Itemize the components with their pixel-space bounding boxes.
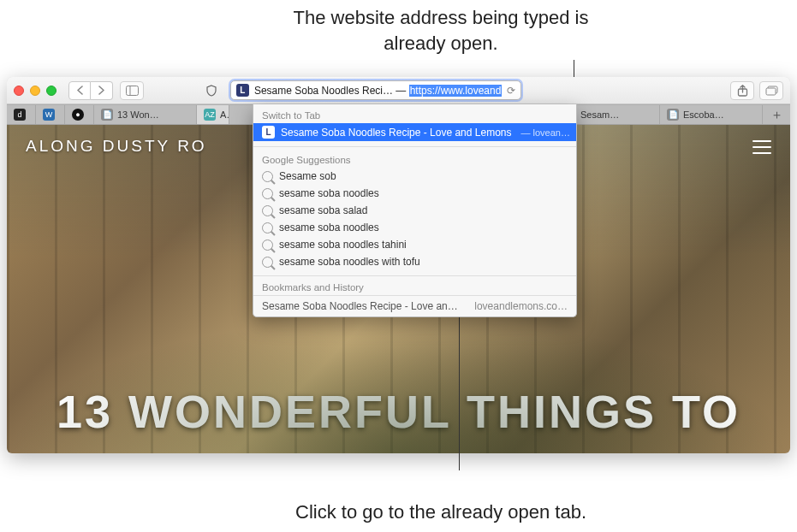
tab-4[interactable]: 📄13 Won… [94,105,197,124]
suggestion-item[interactable]: sesame soba salad [253,202,576,219]
new-tab-button[interactable]: ＋ [763,105,790,124]
suggestion-item[interactable]: sesame soba noodles tahini [253,236,576,253]
suggestion-text: sesame soba noodles tahini [279,239,407,251]
bookmarks-history-title: Sesame Soba Noodles Recipe - Love an… [262,300,458,312]
show-tabs-button[interactable] [759,81,783,100]
google-suggestions-header: Google Suggestions [253,152,576,168]
suggestion-text: sesame soba noodles [279,222,379,233]
tab-1[interactable]: d [7,105,36,124]
tab-7-label: Escoba… [683,109,724,120]
minimize-window-button[interactable] [30,86,40,96]
search-icon [262,222,273,233]
window-controls [14,86,62,96]
suggestion-item[interactable]: sesame soba noodles [253,185,576,202]
share-button[interactable] [730,81,754,100]
suggestion-favicon: L [262,126,275,139]
safari-window: L Sesame Soba Noodles Reci… — https://ww… [7,77,790,453]
tab-3[interactable]: ● [65,105,94,124]
suggestion-text: sesame soba noodles [279,187,379,199]
address-bar[interactable]: L Sesame Soba Noodles Reci… — https://ww… [230,80,521,100]
search-icon [262,188,273,199]
switch-to-tab-sub: — lovean… [521,127,570,138]
search-icon [262,205,273,216]
annotation-bottom: Click to go to the already open tab. [270,499,612,525]
titlebar: L Sesame Soba Noodles Reci… — https://ww… [7,77,790,104]
annotation-top: The website address being typed is alrea… [270,5,612,56]
suggestion-item[interactable]: sesame soba noodles [253,219,576,236]
svg-rect-4 [766,88,776,95]
bookmarks-history-domain: loveandlemons.co… [474,300,568,312]
switch-to-tab-item[interactable]: L Sesame Soba Noodles Recipe - Love and … [253,123,576,141]
address-favicon: L [236,84,249,97]
tab-6-label: Sesam… [580,109,619,120]
nav-buttons [68,81,113,100]
suggestion-text: sesame soba salad [279,204,367,216]
switch-to-tab-header: Switch to Tab [253,108,576,123]
forward-button[interactable] [91,81,113,100]
suggestion-text: Sesame sob [279,170,336,182]
search-icon [262,239,273,251]
suggestion-text: sesame soba noodles with tofu [279,256,420,268]
switch-to-tab-title: Sesame Soba Noodles Recipe - Love and Le… [281,127,512,139]
tab-7[interactable]: 📄Escoba… [660,105,763,124]
site-title: ALONG DUSTY RO [26,137,207,156]
tab-5-label: A… [220,109,229,120]
hamburger-menu-icon[interactable] [752,140,771,154]
search-icon [262,257,273,268]
suggestion-item[interactable]: Sesame sob [253,168,576,185]
tab-5-active[interactable]: AZA… [197,105,229,124]
address-text: Sesame Soba Noodles Reci… — https://www.… [254,85,502,97]
suggestion-item[interactable]: sesame soba noodles with tofu [253,253,576,270]
tab-4-label: 13 Won… [117,109,159,120]
back-button[interactable] [68,81,91,100]
bookmarks-history-item[interactable]: Sesame Soba Noodles Recipe - Love an… lo… [253,295,576,316]
close-window-button[interactable] [14,86,24,96]
page-headline: 13 WONDERFUL THINGS TO [7,385,790,438]
address-suggestions-dropdown: Switch to Tab L Sesame Soba Noodles Reci… [253,104,577,317]
reload-icon[interactable]: ⟳ [507,85,515,97]
fullscreen-window-button[interactable] [46,86,57,96]
privacy-shield-icon[interactable] [199,81,223,100]
tab-2[interactable]: W [36,105,65,124]
bookmarks-history-header: Bookmarks and History [253,278,576,295]
search-icon [262,171,273,182]
svg-rect-0 [126,86,138,95]
sidebar-toggle-button[interactable] [120,81,144,100]
